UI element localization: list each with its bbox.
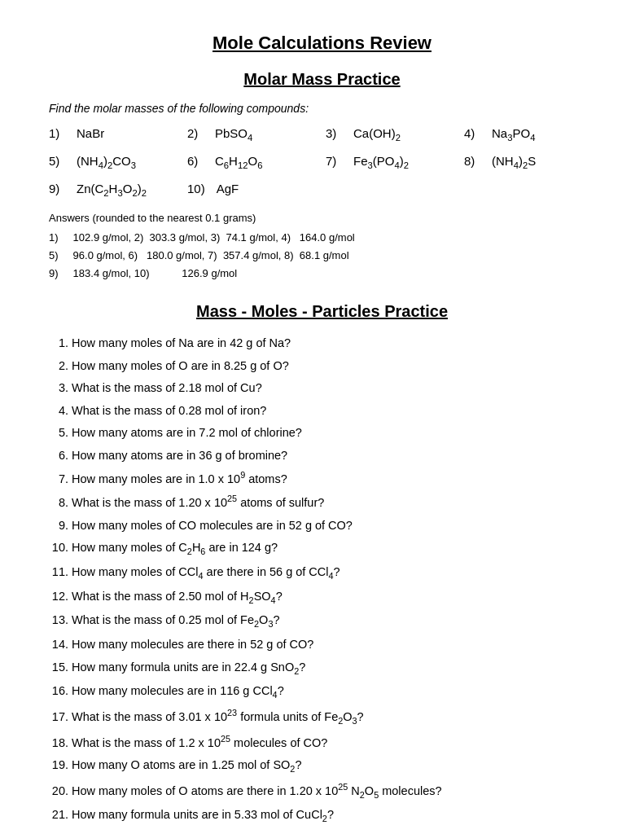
- compound-nabr: NaBr: [77, 126, 104, 140]
- list-item-14: How many molecules are there in 52 g of …: [72, 635, 595, 653]
- compound-7: 7) Fe3(PO4)2: [326, 154, 456, 170]
- list-item-22: How many copper atoms are in 5.33 mol of…: [72, 830, 595, 834]
- list-item-18: What is the mass of 1.2 x 1025 molecules…: [72, 732, 595, 752]
- list-item-12: What is the mass of 2.50 mol of H2SO4?: [72, 587, 595, 608]
- list-item-9: How many moles of CO molecules are in 52…: [72, 516, 595, 534]
- molar-mass-title: Molar Mass Practice: [49, 70, 595, 89]
- list-item-7: How many moles are in 1.0 x 109 atoms?: [72, 468, 595, 488]
- answer-row-3: 9) 183.4 g/mol, 10) 126.9 g/mol: [49, 265, 595, 283]
- answer-row-2: 5) 96.0 g/mol, 6) 180.0 g/mol, 7) 357.4 …: [49, 247, 595, 265]
- compound-c6h12o6: C6H12O6: [215, 154, 262, 170]
- compound-10: 10) AgF: [187, 182, 318, 195]
- mass-moles-list: How many moles of Na are in 42 g of Na? …: [49, 334, 595, 834]
- item-num-1: 1): [49, 126, 65, 140]
- compounds-row-1: 1) NaBr 2) PbSO4 3) Ca(OH)2 4) Na3PO4: [49, 126, 595, 143]
- list-item-16: How many molecules are in 116 g CCl4?: [72, 682, 595, 702]
- compounds-row-2: 5) (NH4)2CO3 6) C6H12O6 7) Fe3(PO4)2 8) …: [49, 154, 595, 170]
- compound-6: 6) C6H12O6: [187, 154, 318, 170]
- item-num-2: 2): [187, 126, 204, 140]
- compounds-grid: 1) NaBr 2) PbSO4 3) Ca(OH)2 4) Na3PO4 5)…: [49, 126, 595, 198]
- compounds-row-3: 9) Zn(C2H3O2)2 10) AgF: [49, 182, 595, 198]
- compound-fe3po42: Fe3(PO4)2: [353, 154, 409, 170]
- answer-row-1: 1) 102.9 g/mol, 2) 303.3 g/mol, 3) 74.1 …: [49, 229, 595, 247]
- list-item-13: What is the mass of 0.25 mol of Fe2O3?: [72, 611, 595, 631]
- compound-8: 8) (NH4)2S: [464, 154, 594, 170]
- list-item-17: What is the mass of 3.01 x 1023 formula …: [72, 706, 595, 728]
- list-item-5: How many atoms are in 7.2 mol of chlorin…: [72, 424, 595, 441]
- item-num-9: 9): [49, 182, 65, 195]
- list-item-4: What is the mass of 0.28 mol of iron?: [72, 402, 595, 419]
- compound-na3po4: Na3PO4: [492, 126, 535, 143]
- mass-moles-section: Mass - Moles - Particles Practice How ma…: [49, 302, 595, 834]
- list-item-21: How many formula units are in 5.33 mol o…: [72, 805, 595, 826]
- instructions: Find the molar masses of the following c…: [49, 102, 595, 115]
- list-item-6: How many atoms are in 36 g of bromine?: [72, 446, 595, 464]
- compound-3: 3) Ca(OH)2: [326, 126, 456, 143]
- answers-title: Answers (rounded to the nearest 0.1 gram…: [49, 209, 595, 227]
- item-num-8: 8): [464, 154, 480, 168]
- list-item-8: What is the mass of 1.20 x 1025 atoms of…: [72, 492, 595, 511]
- compound-5: 5) (NH4)2CO3: [49, 154, 179, 170]
- item-num-5: 5): [49, 154, 65, 168]
- compound-pbso4: PbSO4: [215, 126, 252, 143]
- answers-section: Answers (rounded to the nearest 0.1 gram…: [49, 209, 595, 283]
- item-num-6: 6): [187, 154, 204, 168]
- list-item-2: How many moles of O are in 8.25 g of O?: [72, 357, 595, 375]
- compound-2: 2) PbSO4: [187, 126, 318, 143]
- mass-moles-title: Mass - Moles - Particles Practice: [49, 302, 595, 321]
- main-title: Mole Calculations Review: [49, 33, 595, 54]
- compound-znc2h3o2: Zn(C2H3O2)2: [77, 182, 147, 198]
- list-item-1: How many moles of Na are in 42 g of Na?: [72, 334, 595, 352]
- compound-nh4co3: (NH4)2CO3: [77, 154, 136, 170]
- list-item-11: How many moles of CCl4 are there in 56 g…: [72, 563, 595, 583]
- item-num-10: 10): [187, 182, 205, 195]
- list-item-20: How many moles of O atoms are there in 1…: [72, 780, 595, 802]
- compound-1: 1) NaBr: [49, 126, 179, 140]
- list-item-19: How many O atoms are in 1.25 mol of SO2?: [72, 756, 595, 776]
- item-num-7: 7): [326, 154, 342, 168]
- compound-9: 9) Zn(C2H3O2)2: [49, 182, 179, 198]
- item-num-3: 3): [326, 126, 342, 140]
- compound-agf: AgF: [217, 182, 239, 195]
- item-num-4: 4): [464, 126, 480, 140]
- list-item-3: What is the mass of 2.18 mol of Cu?: [72, 379, 595, 397]
- compound-caoh2: Ca(OH)2: [353, 126, 401, 143]
- compound-nh4s: (NH4)2S: [492, 154, 536, 170]
- list-item-10: How many moles of C2H6 are in 124 g?: [72, 538, 595, 559]
- compound-4: 4) Na3PO4: [464, 126, 594, 143]
- list-item-15: How many formula units are in 22.4 g SnO…: [72, 658, 595, 678]
